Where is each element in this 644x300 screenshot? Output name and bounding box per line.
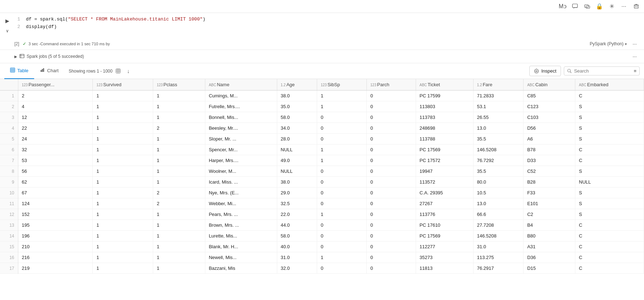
comment-icon[interactable] (570, 1, 580, 11)
lock-icon[interactable]: 🔒 (594, 1, 604, 11)
table-cell: 0 (317, 263, 366, 274)
table-cell: 0 (367, 134, 416, 144)
customize-columns-icon[interactable] (114, 67, 123, 75)
table-cell: 76.7292 (473, 155, 524, 166)
spark-jobs-more[interactable]: ··· (630, 51, 640, 61)
table-row: 1112412Webber, Mi...32.5002726713.0E101S (0, 198, 644, 209)
table-cell: 0 (317, 123, 366, 134)
table-cell: 35.0 (277, 101, 317, 112)
spark-expand-icon[interactable]: ▶ (14, 55, 17, 59)
markdown-icon[interactable]: Mↄ (558, 1, 568, 11)
table-cell: 146.5208 (473, 144, 524, 155)
svg-line-28 (570, 72, 572, 73)
table-row: 1721911Bazzani, Mis32.0001181376.2917D15… (0, 263, 644, 274)
table-cell: C85 (524, 91, 575, 101)
table-cell: 1 (153, 91, 205, 101)
table-cell: C (575, 263, 644, 274)
svg-rect-11 (10, 68, 15, 72)
pyspark-selector[interactable]: PySpark (Python) ▾ (590, 41, 627, 46)
more-options-icon[interactable]: ··· (619, 1, 629, 11)
cell-number: [2] (14, 41, 19, 46)
table-cell: 0 (367, 209, 416, 220)
table-row: 1419611Lurette, Mis...58.000PC 17569146.… (0, 231, 644, 241)
table-cell: 1 (93, 198, 153, 209)
data-table: 123Passenger... 123Survived 123Pclass AB… (0, 79, 644, 274)
tab-chart-label: Chart (47, 68, 59, 73)
table-cell: 58.0 (277, 112, 317, 123)
table-row: 85611Woolner, M...NULL001994735.5C52S (0, 166, 644, 177)
delete-icon[interactable] (631, 1, 641, 11)
chat-icon[interactable] (582, 1, 592, 11)
table-cell: 13.0 (473, 198, 524, 209)
table-cell: B4 (524, 220, 575, 231)
search-box[interactable]: ≡ (564, 66, 640, 75)
table-cell: 53 (18, 155, 93, 166)
col-header-pclass[interactable]: 123Pclass (153, 79, 205, 91)
table-cell: 1 (153, 134, 205, 144)
success-icon: ✓ (23, 41, 26, 46)
col-header-sibsp[interactable]: 123SibSp (317, 79, 366, 91)
table-cell: C (575, 155, 644, 166)
col-header-embarked[interactable]: ABCEmbarked (575, 79, 644, 91)
cell-more-options[interactable]: ··· (630, 39, 640, 49)
table-cell: 32.0 (277, 263, 317, 274)
run-button[interactable]: ▶ (3, 17, 12, 25)
svg-rect-16 (41, 70, 42, 72)
download-icon[interactable]: ↓ (124, 67, 133, 75)
table-cell: NULL (277, 144, 317, 155)
execution-status: 3 sec -Command executed in 1 sec 710 ms … (28, 42, 110, 46)
table-cell: 1 (93, 91, 153, 101)
cell-status-bar: [2] ✓ 3 sec -Command executed in 1 sec 7… (0, 38, 644, 50)
row-number-cell: 10 (0, 188, 18, 198)
table-cell: 1 (153, 177, 205, 188)
table-cell: 71.2833 (473, 91, 524, 101)
col-header-passengerId[interactable]: 123Passenger... (18, 79, 93, 91)
col-header-fare[interactable]: 1.2Fare (473, 79, 524, 91)
col-header-ticket[interactable]: ABCTicket (416, 79, 473, 91)
code-line-1: 1 df = spark.sql("SELECT * FROM MainLake… (14, 16, 644, 23)
table-cell: 80.0 (473, 177, 524, 188)
table-cell: C123 (524, 101, 575, 112)
spark-jobs-row: ▶ Spark jobs (5 of 5 succeeded) ··· (0, 50, 644, 63)
table-cell: 0 (367, 144, 416, 155)
table-cell: 1 (93, 231, 153, 241)
asterisk-icon[interactable]: ✳ (607, 1, 617, 11)
table-cell: Newell, Mis... (205, 252, 277, 263)
tab-table[interactable]: Table (4, 63, 34, 79)
table-cell: PC 17569 (416, 231, 473, 241)
svg-rect-17 (42, 69, 43, 72)
table-cell: 40.0 (277, 241, 317, 252)
table-row: 42212Beesley, Mr....34.00024869813.0D56S (0, 123, 644, 134)
table-cell: 0 (367, 220, 416, 231)
table-cell: D56 (524, 123, 575, 134)
table-cell: 1 (153, 112, 205, 123)
row-number-cell: 17 (0, 263, 18, 274)
tab-chart[interactable]: Chart (34, 63, 64, 79)
svg-rect-2 (586, 6, 590, 8)
table-cell: D33 (524, 155, 575, 166)
collapse-button[interactable]: ∨ (3, 27, 12, 35)
table-cell: 0 (367, 241, 416, 252)
svg-rect-8 (20, 54, 24, 58)
inspect-button[interactable]: Inspect (529, 66, 561, 76)
col-header-cabin[interactable]: ABCCabin (524, 79, 575, 91)
col-header-survived[interactable]: 123Survived (93, 79, 153, 91)
col-header-parch[interactable]: 123Parch (367, 79, 416, 91)
table-cell: 0 (367, 177, 416, 188)
search-input[interactable] (574, 68, 631, 74)
filter-icon[interactable]: ≡ (634, 68, 636, 74)
table-cell: 210 (18, 241, 93, 252)
table-cell: C (575, 231, 644, 241)
table-cell: 0 (317, 166, 366, 177)
table-cell: 248698 (416, 123, 473, 134)
table-cell: 49.0 (277, 155, 317, 166)
table-cell: 32.5 (277, 198, 317, 209)
table-cell: 1 (317, 209, 366, 220)
col-header-age[interactable]: 1.2Age (277, 79, 317, 91)
row-number-cell: 9 (0, 177, 18, 188)
table-cell: 0 (367, 123, 416, 134)
col-header-name[interactable]: ABCName (205, 79, 277, 91)
data-table-container[interactable]: 123Passenger... 123Survived 123Pclass AB… (0, 79, 644, 295)
table-cell: Futrelle, Mrs.... (205, 101, 277, 112)
table-row: 1621611Newell, Mis...31.01035273113.275D… (0, 252, 644, 263)
